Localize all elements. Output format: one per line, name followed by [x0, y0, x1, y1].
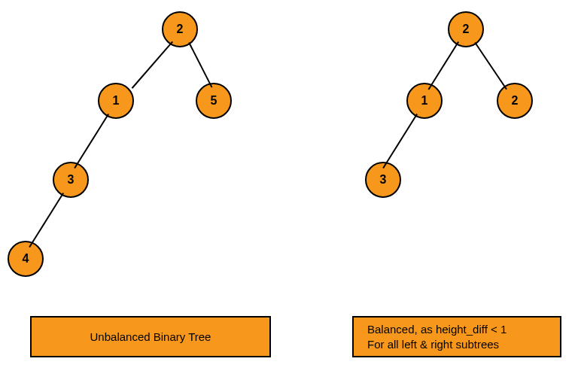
caption-text: Balanced, as height_diff < 1 For all lef… [367, 322, 507, 351]
node-label: 5 [211, 94, 218, 108]
left-tree-caption: Unbalanced Binary Tree [30, 316, 271, 357]
diagram-canvas: 2 1 5 3 4 Unbalanced Binary Tree 2 1 2 3… [0, 0, 578, 392]
edge [474, 42, 507, 90]
edge [428, 41, 459, 90]
edge [132, 41, 173, 89]
left-tree-left-left-left: 4 [8, 241, 44, 277]
node-label: 3 [68, 173, 75, 187]
edge [29, 193, 64, 248]
node-label: 2 [512, 94, 519, 108]
node-label: 3 [380, 173, 387, 187]
node-label: 1 [421, 94, 428, 108]
edge [74, 114, 109, 169]
right-tree-left: 1 [406, 83, 443, 119]
caption-text: Unbalanced Binary Tree [90, 330, 211, 345]
edge [382, 114, 418, 169]
right-tree-root: 2 [448, 11, 484, 47]
node-label: 2 [463, 23, 470, 36]
node-label: 4 [23, 252, 29, 266]
left-tree-right: 5 [196, 83, 232, 119]
left-tree-left-left: 3 [53, 162, 89, 198]
node-label: 2 [177, 23, 184, 36]
left-tree-root: 2 [162, 11, 198, 47]
edge [188, 42, 212, 88]
left-tree-left: 1 [98, 83, 134, 119]
node-label: 1 [113, 94, 120, 108]
right-tree-right: 2 [497, 83, 533, 119]
right-tree-caption: Balanced, as height_diff < 1 For all lef… [352, 316, 561, 357]
